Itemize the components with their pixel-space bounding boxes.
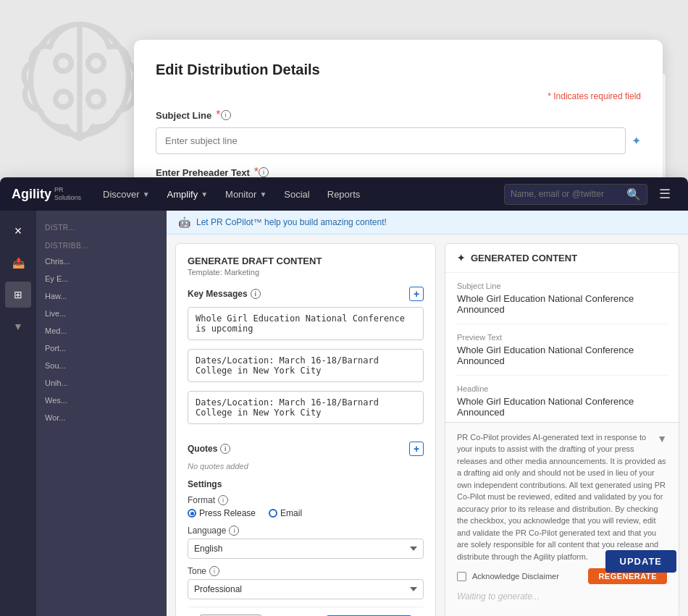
left-panel-item-port[interactable]: Port... <box>36 339 167 357</box>
copilot-bar: 🤖 Let PR CoPilot™ help you build amazing… <box>167 211 688 235</box>
nav-discover[interactable]: Discover ▼ <box>96 183 156 206</box>
nav-reports[interactable]: Reports <box>320 183 368 206</box>
draft-panel-title: GENERATE DRAFT CONTENT <box>188 256 424 266</box>
radio-email-label: Email <box>280 508 302 518</box>
monitor-caret-icon: ▼ <box>259 190 267 198</box>
update-btn-area: UPDATE <box>605 550 676 573</box>
acknowledge-label: Acknowledge Disclaimer <box>472 570 559 583</box>
subject-line-info-icon[interactable]: i <box>221 110 231 120</box>
modal-area: GENERATE DRAFT CONTENT Template: Marketi… <box>167 235 688 616</box>
key-message-1[interactable]: Whole Girl Education National Conference… <box>188 307 424 340</box>
format-label: Format <box>188 495 215 505</box>
key-message-3[interactable]: Dates/Location: March 16-18/Barnard Coll… <box>188 391 424 424</box>
draft-panel-subtitle: Template: Marketing <box>188 268 424 277</box>
preheader-label: Enter Preheader Text <box>156 167 250 178</box>
required-note: * Indicates required field <box>156 91 641 101</box>
radio-press-release[interactable]: Press Release <box>188 508 256 518</box>
subject-ai-icon[interactable]: ✦ <box>632 134 641 148</box>
language-label: Language <box>188 526 226 536</box>
tone-label: Tone <box>188 566 206 576</box>
nav-amplify[interactable]: Amplify ▼ <box>160 183 216 206</box>
nav-monitor[interactable]: Monitor ▼ <box>218 183 274 206</box>
copilot-text: Let PR CoPilot™ help you build amazing c… <box>196 217 387 227</box>
sidebar: × 📤 ⊞ ▼ <box>0 211 36 616</box>
nav-items: Discover ▼ Amplify ▼ Monitor ▼ Social Re… <box>96 183 504 206</box>
radio-press-release-label: Press Release <box>199 508 256 518</box>
quotes-area: Quotes i + No quotes added <box>188 442 424 471</box>
gen-headline-label: Headline <box>457 384 667 393</box>
tone-select[interactable]: Professional Casual Formal <box>188 579 424 599</box>
settings-section: Settings Format i Press Release <box>188 479 424 599</box>
gen-headline-value: Whole Girl Education National Conference… <box>457 396 667 418</box>
svg-point-4 <box>56 91 72 107</box>
acknowledge-checkbox[interactable] <box>457 572 466 581</box>
disclaimer-text: PR Co-Pilot provides AI-generated text i… <box>457 431 667 563</box>
left-panel-item-ey[interactable]: Ey E... <box>36 270 167 287</box>
main-content: 🤖 Let PR CoPilot™ help you build amazing… <box>167 211 688 616</box>
gen-subject-line: Subject Line Whole Girl Education Nation… <box>457 273 667 324</box>
left-panel-item-chris[interactable]: Chris... <box>36 253 167 270</box>
disclaimer-toggle-icon[interactable]: ▼ <box>657 431 667 447</box>
left-panel-item-wor[interactable]: Wor... <box>36 409 167 426</box>
subject-line-input[interactable] <box>156 127 626 154</box>
format-info-icon[interactable]: i <box>218 495 228 505</box>
key-message-2[interactable]: Dates/Location: March 16-18/Barnard Coll… <box>188 349 424 382</box>
svg-point-2 <box>56 56 72 72</box>
no-quotes-text: No quotes added <box>188 462 424 471</box>
add-quote-button[interactable]: + <box>409 442 424 456</box>
left-panel: DISTR... DISTRIBB... Chris... Ey E... Ha… <box>36 211 167 616</box>
left-panel-section-2: DISTRIBB... <box>36 235 167 253</box>
format-field: Format i Press Release Email <box>188 495 424 518</box>
add-key-message-button[interactable]: + <box>409 287 424 301</box>
copilot-icon: 🤖 <box>178 216 190 228</box>
gen-headline: Headline Whole Girl Education National C… <box>457 376 667 422</box>
radio-email-dot <box>269 509 277 518</box>
settings-title: Settings <box>188 479 424 489</box>
draft-panel: GENERATE DRAFT CONTENT Template: Marketi… <box>175 243 436 616</box>
sidebar-item-filter[interactable]: ▼ <box>5 313 31 339</box>
gen-content: Subject Line Whole Girl Education Nation… <box>445 273 679 422</box>
navbar: Agility PRSolutions Discover ▼ Amplify ▼… <box>0 177 688 211</box>
nav-social[interactable]: Social <box>277 183 316 206</box>
gen-preview-value: Whole Girl Education National Conference… <box>457 345 667 366</box>
quotes-label: Quotes <box>188 444 217 454</box>
amplify-caret-icon: ▼ <box>201 190 208 198</box>
left-panel-item-sou[interactable]: Sou... <box>36 357 167 374</box>
subject-line-label: Subject Line <box>156 110 211 121</box>
key-messages-header: Key Messages i + <box>188 287 424 301</box>
left-panel-item-live[interactable]: Live... <box>36 305 167 322</box>
nav-search-area[interactable]: 🔍 <box>504 184 647 205</box>
language-select[interactable]: English French Spanish <box>188 539 424 559</box>
svg-point-5 <box>88 91 104 107</box>
gen-subject-value: Whole Girl Education National Conference… <box>457 293 667 315</box>
search-icon: 🔍 <box>626 187 641 201</box>
preheader-info-icon[interactable]: i <box>259 167 269 177</box>
key-messages-label: Key Messages <box>188 289 248 299</box>
language-info-icon[interactable]: i <box>229 526 239 536</box>
gen-header-title: GENERATED CONTENT <box>471 253 577 263</box>
gen-preview-label: Preview Text <box>457 333 667 342</box>
radio-email[interactable]: Email <box>269 508 302 518</box>
key-messages-info-icon[interactable]: i <box>251 289 261 299</box>
edit-dist-title: Edit Distribution Details <box>156 62 641 78</box>
nav-search-input[interactable] <box>511 189 626 199</box>
tone-info-icon[interactable]: i <box>209 566 219 576</box>
waiting-text: Waiting to generate... <box>457 584 667 609</box>
sidebar-item-distributions[interactable]: 📤 <box>5 250 31 276</box>
svg-point-3 <box>88 56 104 72</box>
left-panel-item-haw[interactable]: Haw... <box>36 287 167 305</box>
update-button[interactable]: UPDATE <box>605 550 676 573</box>
left-panel-item-med[interactable]: Med... <box>36 322 167 339</box>
hamburger-icon[interactable]: ☰ <box>653 183 676 205</box>
gen-preview-text: Preview Text Whole Girl Education Nation… <box>457 324 667 376</box>
draft-footer: CANCEL REGENERATE <box>188 607 424 616</box>
sidebar-close[interactable]: × <box>5 218 31 244</box>
brain-logo <box>14 14 145 145</box>
sidebar-item-grid[interactable]: ⊞ <box>5 282 31 308</box>
discover-caret-icon: ▼ <box>143 190 150 198</box>
left-panel-item-unih[interactable]: Unih... <box>36 374 167 392</box>
gen-header-icon: ✦ <box>457 253 465 263</box>
quotes-info-icon[interactable]: i <box>220 444 230 454</box>
left-panel-item-wes[interactable]: Wes... <box>36 392 167 409</box>
tone-field: Tone i Professional Casual Formal <box>188 566 424 599</box>
